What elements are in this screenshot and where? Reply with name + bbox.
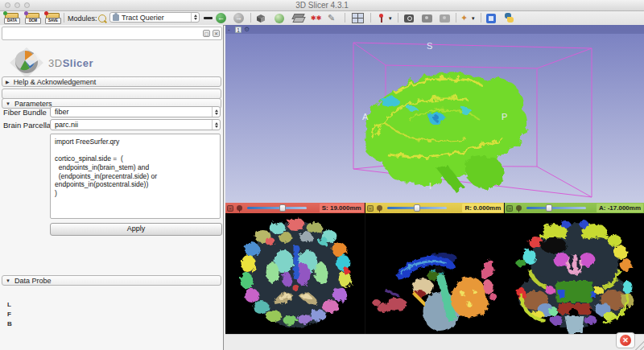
mouse-place-mode-button[interactable] [377,12,385,24]
help-section-header[interactable]: ▶ Help & Acknowledgement [2,76,221,87]
slider-thumb[interactable] [546,204,552,212]
pane-collapse-icon[interactable]: - [227,205,233,212]
scene-view-restore-button[interactable] [440,12,450,24]
extensions-button[interactable] [275,12,284,24]
module-panel-header: ▢ ✕ [2,27,222,40]
orientation-label-superior: S [427,41,432,51]
pin-icon[interactable] [377,205,382,211]
search-icon [98,14,106,23]
orientation-label-posterior: P [502,112,507,121]
python-console-button[interactable] [504,12,514,24]
crosshair-button[interactable]: ✦ [460,12,468,24]
load-data-icon: DATA [4,12,19,24]
place-fiducial-pin-icon [377,14,385,23]
extension-wizard-button[interactable] [486,12,496,24]
load-data-button[interactable]: DATA [4,12,19,24]
slice-image-axial[interactable] [225,213,365,334]
data-probe-section-header[interactable]: ▼ Data Probe [2,275,221,286]
fiducial-asterisks-icon: ✱✱ [311,14,321,22]
slice-image-sagittal[interactable] [365,213,505,334]
show-3d-view-button[interactable] [256,12,266,24]
logo-text: 3DSlicer [48,57,93,69]
tractography-brain [365,73,527,192]
pane-number-badge: 1 [235,27,242,33]
help-section-label: Help & Acknowledgement [14,78,97,86]
slice-offset-label-coronal: A: -17.000mm [597,204,643,212]
load-dicom-button[interactable]: DCM [25,12,39,24]
cube-icon [256,14,266,23]
save-icon: SAVE [45,12,60,24]
forward-button[interactable]: → [233,12,244,24]
module-history-button[interactable] [204,12,213,24]
pane-collapse-icon[interactable]: - [228,27,233,32]
apply-button[interactable]: Apply [50,223,222,236]
crosshair-caret[interactable]: ▾ [472,12,475,24]
pin-icon[interactable] [237,205,242,211]
orientation-label-anterior: A [362,112,368,121]
scene-view-restore-icon [440,14,450,23]
threeD-scene [225,25,644,203]
slice-view-axial[interactable]: - S: 19.000mm [225,203,365,334]
slice-bar-coronal: - A: -17.000mm [505,203,644,213]
scene-views-button[interactable] [293,12,303,24]
slice-bar-axial: - S: 19.000mm [225,203,365,213]
fiber-bundle-select[interactable]: fiber [50,106,221,117]
brain-parcellation-select[interactable]: parc.nii [50,119,221,130]
slice-slider-axial[interactable] [247,207,307,209]
brain-parcellation-value: parc.nii [55,121,78,129]
slice-view-coronal[interactable]: - A: -17.000mm [505,203,644,334]
layout-selector-button[interactable] [352,12,364,24]
crosshair-icon: ✦ [460,13,468,23]
scene-view-capture-button[interactable] [422,12,432,24]
slider-thumb[interactable] [279,204,286,212]
save-button[interactable]: SAVE [45,12,60,24]
extension-wizard-icon [486,14,496,23]
pane-collapse-icon[interactable]: - [506,205,513,212]
load-dicom-icon: DCM [25,12,39,24]
chevron-down-icon: ▼ [6,278,10,283]
slice-view-row: - S: 19.000mm [225,203,644,334]
extensions-sphere-icon [275,14,284,23]
close-error-log-button[interactable]: ✕ [616,332,635,348]
slice-bar-sagittal: - R: 0.000mm [365,203,505,213]
chevron-down-icon: ▾ [472,15,475,22]
module-search-button[interactable] [98,12,106,24]
back-arrow-icon: ← [216,13,226,23]
screenshot-button[interactable] [404,12,414,24]
chevron-right-icon: ▶ [6,79,10,84]
module-puzzle-icon [113,14,119,21]
data-probe-label: Data Probe [14,277,52,285]
python-console-icon [504,13,514,23]
threeD-pane-header: - 1 ⚙ [225,25,644,34]
mouse-place-mode-caret[interactable]: ▾ [389,12,392,24]
hide-panel-icon[interactable]: ✕ [213,30,220,37]
undock-panel-icon[interactable]: ▢ [203,30,210,37]
slice-image-coronal[interactable] [505,213,644,334]
query-editor[interactable]: import FreeSurfer.qry cortico_spinal.sid… [50,134,221,219]
layout-grid-icon [352,13,364,23]
forward-arrow-icon: → [233,13,244,23]
slider-thumb[interactable] [414,204,420,212]
slice-view-sagittal[interactable]: - R: 0.000mm [365,203,505,334]
gear-icon[interactable]: ⚙ [244,27,250,33]
annotations-button[interactable]: ✎ [328,12,335,24]
modules-label: Modules: [68,14,97,23]
title-bar: 3D Slicer 4.3.1 [0,0,644,11]
slicer-window: 3D Slicer 4.3.1 DATA DCM SAVE Modules: [0,0,644,350]
pin-icon[interactable] [516,205,522,211]
probe-layer-b: B [7,319,12,329]
slice-slider-sagittal[interactable] [387,207,447,209]
module-panel: ▢ ✕ 3DSlicer ▶ Help & Acknowledgement ▼ … [0,25,224,350]
back-button[interactable]: ← [216,12,226,24]
module-selector[interactable]: Tract Querier [109,12,200,23]
markups-button[interactable]: ✱✱ [311,12,321,24]
threeD-view[interactable]: - 1 ⚙ S A P I [225,25,644,203]
annotation-pencil-icon: ✎ [328,13,335,23]
slice-slider-coronal[interactable] [526,207,586,209]
scene-layers-icon [293,14,303,23]
module-history-icon [204,17,213,19]
probe-layer-labels: L F B [7,300,12,329]
orientation-label-inferior: I [429,181,431,191]
window-title: 3D Slicer 4.3.1 [0,1,644,10]
pane-collapse-icon[interactable]: - [367,205,374,212]
